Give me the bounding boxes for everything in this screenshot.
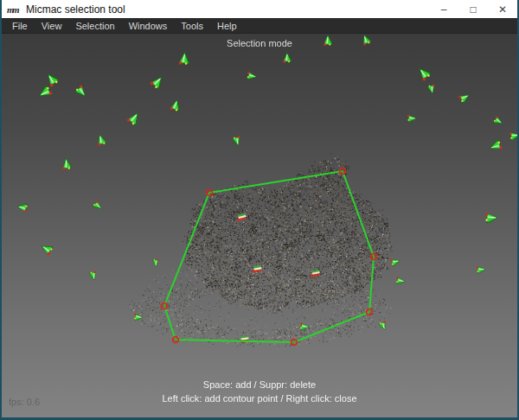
camera-marker: [44, 72, 60, 87]
camera-marker: [378, 321, 388, 331]
camera-marker: [170, 99, 182, 112]
window-controls: – □ ✕: [429, 0, 517, 18]
camera-marker: [416, 66, 432, 81]
camera-marker: [152, 259, 158, 266]
camera-marker: [92, 200, 103, 212]
menu-item-windows[interactable]: Windows: [122, 20, 175, 32]
camera-marker: [458, 92, 471, 104]
camera-marker: [134, 314, 144, 321]
menu-item-file[interactable]: File: [5, 20, 35, 32]
camera-marker: [126, 111, 142, 126]
contour-vertex[interactable]: [162, 303, 168, 309]
contour-vertex[interactable]: [340, 169, 346, 175]
tiepoint-flag-marker: [252, 265, 262, 273]
gl-viewport[interactable]: Selection mode Space: add / Suppr: delet…: [2, 33, 517, 417]
menu-item-tools[interactable]: Tools: [174, 20, 210, 32]
tiepoint-flag-marker: [236, 213, 247, 221]
fps-counter: fps: 0.6: [9, 397, 40, 407]
contour-vertex[interactable]: [367, 309, 373, 315]
camera-marker: [493, 116, 504, 126]
menu-item-selection[interactable]: Selection: [68, 20, 121, 32]
camera-marker: [89, 270, 98, 280]
scene-overlay: [2, 34, 517, 417]
camera-marker: [485, 213, 497, 223]
camera-marker: [247, 72, 257, 81]
camera-marker: [150, 74, 165, 90]
camera-marker: [179, 53, 190, 66]
micmac-window: m m Micmac selection tool – □ ✕ FileView…: [0, 0, 519, 420]
camera-marker: [395, 277, 405, 285]
camera-marker: [407, 115, 416, 122]
camera-marker: [489, 139, 503, 152]
maximize-button[interactable]: □: [458, 0, 488, 18]
menu-item-help[interactable]: Help: [210, 20, 244, 32]
camera-marker: [361, 34, 372, 46]
camera-marker: [17, 202, 29, 212]
selection-contour-polygon: [164, 171, 374, 342]
camera-marker: [40, 242, 54, 256]
svg-text:m: m: [12, 4, 20, 15]
micmac-logo-icon: m m: [5, 3, 22, 16]
camera-marker: [427, 84, 436, 93]
camera-marker: [300, 323, 310, 331]
titlebar: m m Micmac selection tool – □ ✕: [2, 0, 517, 18]
camera-marker: [61, 158, 72, 170]
menu-bar: FileViewSelectionWindowsToolsHelp: [2, 18, 517, 33]
contour-vertex[interactable]: [292, 340, 298, 346]
camera-marker: [477, 266, 486, 274]
contour-vertex[interactable]: [173, 337, 179, 343]
camera-marker: [96, 134, 107, 146]
camera-marker: [232, 136, 241, 147]
camera-marker: [283, 53, 291, 62]
camera-marker: [509, 130, 517, 140]
minimize-button[interactable]: –: [429, 0, 458, 18]
tiepoint-flag-marker: [310, 270, 320, 277]
camera-marker: [390, 258, 400, 267]
contour-vertex[interactable]: [207, 190, 213, 196]
camera-marker: [324, 35, 332, 46]
camera-marker: [74, 85, 88, 99]
menu-item-view[interactable]: View: [35, 20, 69, 32]
contour-vertex[interactable]: [371, 254, 377, 260]
close-button[interactable]: ✕: [488, 0, 517, 18]
hint-space-suppr: Space: add / Suppr: delete: [2, 379, 517, 390]
camera-marker: [37, 85, 53, 99]
hint-mouse: Left click: add contour point / Right cl…: [2, 393, 517, 404]
window-title: Micmac selection tool: [26, 3, 125, 16]
